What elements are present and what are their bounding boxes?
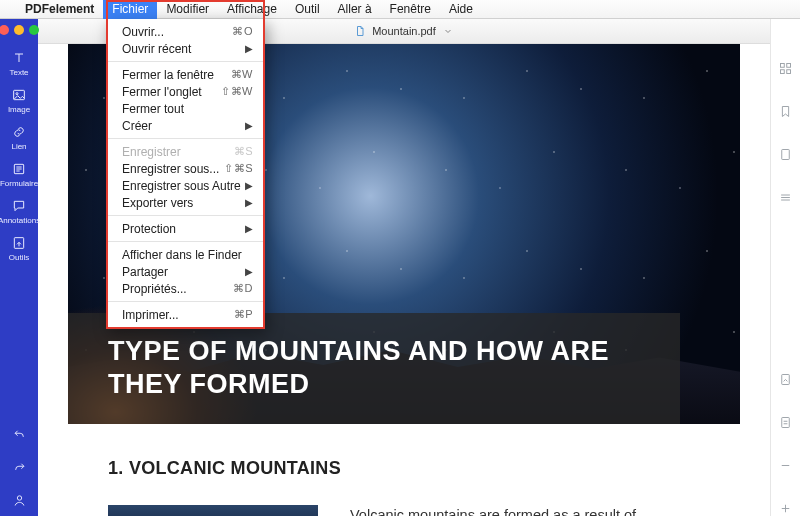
menu-item-label: Ouvrir récent <box>122 42 191 56</box>
menu-item-label: Protection <box>122 222 176 236</box>
submenu-arrow-icon: ▶ <box>245 223 253 234</box>
section-paragraph: Volcanic mountains are formed as a resul… <box>350 505 700 516</box>
right-toolbar <box>770 19 800 516</box>
minimize-window-button[interactable] <box>14 25 24 35</box>
menu-affichage[interactable]: Affichage <box>218 0 286 19</box>
svg-rect-9 <box>782 150 790 160</box>
tab-dropdown-icon[interactable] <box>442 25 454 37</box>
svg-rect-5 <box>781 64 785 68</box>
menu-item-cr-er[interactable]: Créer▶ <box>108 117 263 134</box>
redo-icon[interactable] <box>12 460 27 475</box>
image-icon <box>11 87 27 103</box>
menu-item-protection[interactable]: Protection▶ <box>108 220 263 237</box>
undo-icon[interactable] <box>12 427 27 442</box>
menu-item-enregistrer-sous[interactable]: Enregistrer sous...⇧⌘S <box>108 160 263 177</box>
text-icon <box>11 50 27 66</box>
menu-shortcut: ⌘W <box>231 68 253 81</box>
file-menu-dropdown[interactable]: Ouvrir...⌘OOuvrir récent▶Fermer la fenêt… <box>106 19 265 329</box>
window-traffic-lights[interactable] <box>0 25 39 35</box>
svg-point-4 <box>17 496 21 500</box>
section-image <box>108 505 318 516</box>
menu-item-fermer-l-onglet[interactable]: Fermer l'onglet⇧⌘W <box>108 83 263 100</box>
menu-item-ouvrir[interactable]: Ouvrir...⌘O <box>108 23 263 40</box>
menu-fichier[interactable]: Fichier <box>103 0 157 19</box>
tool-label: Image <box>8 105 30 114</box>
menu-item-partager[interactable]: Partager▶ <box>108 263 263 280</box>
menu-separator <box>108 61 263 62</box>
submenu-arrow-icon: ▶ <box>245 197 253 208</box>
system-menubar: PDFelement FichierModifierAffichageOutil… <box>0 0 800 19</box>
menu-item-enregistrer: Enregistrer⌘S <box>108 143 263 160</box>
attachment-icon[interactable] <box>778 147 793 162</box>
menu-modifier[interactable]: Modifier <box>157 0 218 19</box>
menu-item-fermer-tout[interactable]: Fermer tout <box>108 100 263 117</box>
menu-item-enregistrer-sous-autre[interactable]: Enregistrer sous Autre▶ <box>108 177 263 194</box>
form-icon <box>11 161 27 177</box>
app-menu[interactable]: PDFelement <box>16 2 103 16</box>
menu-outil[interactable]: Outil <box>286 0 329 19</box>
tool-label: Formulaire <box>0 179 38 188</box>
menu-item-label: Ouvrir... <box>122 25 164 39</box>
menu-item-label: Enregistrer sous Autre <box>122 179 241 193</box>
tool-annot[interactable]: Annotations <box>1 193 37 230</box>
menu-shortcut: ⇧⌘S <box>224 162 253 175</box>
fit-page-icon[interactable] <box>778 415 793 430</box>
menu-item-propri-t-s[interactable]: Propriétés...⌘D <box>108 280 263 297</box>
tool-image[interactable]: Image <box>1 82 37 119</box>
menu-shortcut: ⇧⌘W <box>221 85 253 98</box>
menu-item-label: Imprimer... <box>122 308 179 322</box>
menu-item-label: Fermer l'onglet <box>122 85 202 99</box>
menu-fenêtre[interactable]: Fenêtre <box>381 0 440 19</box>
svg-rect-8 <box>787 70 791 74</box>
menu-shortcut: ⌘O <box>232 25 253 38</box>
tool-label: Outils <box>9 253 29 262</box>
menu-separator <box>108 241 263 242</box>
tools-icon <box>11 235 27 251</box>
svg-point-1 <box>16 93 18 95</box>
menu-shortcut: ⌘S <box>234 145 253 158</box>
menu-item-label: Créer <box>122 119 152 133</box>
menu-item-label: Exporter vers <box>122 196 193 210</box>
close-window-button[interactable] <box>0 25 9 35</box>
menu-shortcut: ⌘P <box>234 308 253 321</box>
menu-item-label: Partager <box>122 265 168 279</box>
submenu-arrow-icon: ▶ <box>245 43 253 54</box>
menu-item-label: Fermer tout <box>122 102 184 116</box>
menu-item-exporter-vers[interactable]: Exporter vers▶ <box>108 194 263 211</box>
tab-filename[interactable]: Mountain.pdf <box>372 25 436 37</box>
tool-label: Lien <box>11 142 26 151</box>
document-title: TYPE OF MOUNTAINS AND HOW ARE THEY FORME… <box>108 335 640 403</box>
menu-aide[interactable]: Aide <box>440 0 482 19</box>
zoom-out-icon[interactable] <box>778 458 793 473</box>
tool-form[interactable]: Formulaire <box>1 156 37 193</box>
menu-item-imprimer[interactable]: Imprimer...⌘P <box>108 306 263 323</box>
menu-aller-à[interactable]: Aller à <box>329 0 381 19</box>
menu-separator <box>108 301 263 302</box>
hero-title-box: TYPE OF MOUNTAINS AND HOW ARE THEY FORME… <box>68 313 680 425</box>
fullscreen-window-button[interactable] <box>29 25 39 35</box>
tool-tools[interactable]: Outils <box>1 230 37 267</box>
submenu-arrow-icon: ▶ <box>245 120 253 131</box>
crop-icon[interactable] <box>778 372 793 387</box>
menu-item-fermer-la-fen-tre[interactable]: Fermer la fenêtre⌘W <box>108 66 263 83</box>
menu-item-label: Enregistrer sous... <box>122 162 219 176</box>
left-toolbar: TexteImageLienFormulaireAnnotationsOutil… <box>0 19 38 516</box>
section-heading: 1. VOLCANIC MOUNTAINS <box>108 458 700 479</box>
tool-link[interactable]: Lien <box>1 119 37 156</box>
bookmark-icon[interactable] <box>778 104 793 119</box>
search-panel-icon[interactable] <box>778 190 793 205</box>
link-icon <box>11 124 27 140</box>
menu-item-afficher-dans-le-finder[interactable]: Afficher dans le Finder <box>108 246 263 263</box>
tool-text[interactable]: Texte <box>1 45 37 82</box>
svg-rect-6 <box>787 64 791 68</box>
svg-rect-11 <box>782 418 790 428</box>
thumbnails-icon[interactable] <box>778 61 793 76</box>
tool-label: Texte <box>9 68 28 77</box>
menu-separator <box>108 215 263 216</box>
file-icon <box>354 25 366 37</box>
annot-icon <box>11 198 27 214</box>
zoom-in-icon[interactable] <box>778 501 793 516</box>
menu-item-ouvrir-r-cent[interactable]: Ouvrir récent▶ <box>108 40 263 57</box>
user-icon[interactable] <box>12 493 27 508</box>
menu-shortcut: ⌘D <box>233 282 253 295</box>
